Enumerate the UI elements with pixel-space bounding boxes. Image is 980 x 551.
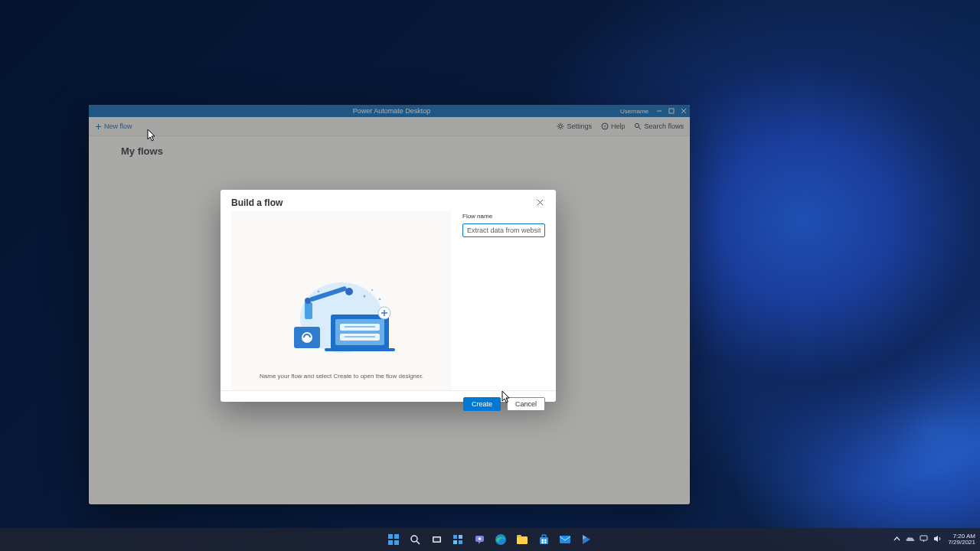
svg-line-47 <box>416 541 420 544</box>
svg-rect-44 <box>388 540 393 545</box>
svg-rect-45 <box>394 540 399 545</box>
taskbar[interactable]: 7:20 AM 7/29/2021 <box>0 528 980 551</box>
svg-rect-43 <box>394 534 399 539</box>
svg-rect-60 <box>542 535 546 538</box>
svg-rect-50 <box>453 535 457 539</box>
svg-rect-52 <box>453 540 457 544</box>
svg-rect-22 <box>305 302 312 319</box>
svg-point-41 <box>318 291 319 292</box>
power-automate-icon[interactable] <box>580 533 593 546</box>
clock-date: 7/29/2021 <box>948 540 975 546</box>
dialog-form: Flow name <box>462 211 545 390</box>
svg-point-55 <box>478 537 481 540</box>
dialog-close-button[interactable] <box>534 197 545 208</box>
svg-rect-61 <box>541 539 544 541</box>
svg-point-39 <box>371 289 373 291</box>
create-button[interactable]: Create <box>463 397 501 411</box>
illustration-caption: Name your flow and select Create to open… <box>260 373 423 380</box>
start-button[interactable] <box>387 533 400 546</box>
svg-point-46 <box>411 536 417 542</box>
svg-rect-63 <box>541 541 544 543</box>
svg-rect-34 <box>325 348 395 351</box>
svg-rect-65 <box>560 536 570 543</box>
svg-rect-66 <box>920 536 927 540</box>
widgets-icon[interactable] <box>451 533 465 546</box>
taskbar-search-icon[interactable] <box>408 533 422 546</box>
svg-rect-58 <box>517 535 521 537</box>
dialog-title: Build a flow <box>231 197 283 208</box>
svg-rect-51 <box>459 535 462 539</box>
svg-rect-49 <box>433 537 439 541</box>
svg-rect-57 <box>517 536 528 544</box>
mail-icon[interactable] <box>558 533 572 546</box>
volume-icon[interactable] <box>933 535 942 544</box>
task-view-icon[interactable] <box>430 533 443 546</box>
svg-point-24 <box>345 288 353 295</box>
svg-rect-62 <box>544 539 547 541</box>
onedrive-icon[interactable] <box>905 536 915 544</box>
svg-rect-53 <box>459 540 462 544</box>
chat-icon[interactable] <box>472 533 486 546</box>
build-flow-dialog: Build a flow <box>220 190 556 402</box>
taskbar-center <box>387 533 593 546</box>
svg-rect-64 <box>544 541 547 543</box>
svg-point-38 <box>364 295 366 298</box>
edge-icon[interactable] <box>494 533 508 546</box>
cancel-button[interactable]: Cancel <box>507 397 545 411</box>
flow-illustration <box>265 273 418 365</box>
network-icon[interactable] <box>920 535 929 544</box>
file-explorer-icon[interactable] <box>515 533 529 546</box>
flow-name-input[interactable] <box>462 223 545 237</box>
taskbar-clock[interactable]: 7:20 AM 7/29/2021 <box>948 533 975 546</box>
svg-point-40 <box>379 298 381 300</box>
system-tray[interactable]: 7:20 AM 7/29/2021 <box>893 533 975 546</box>
store-icon[interactable] <box>537 533 550 546</box>
app-window: Power Automate Desktop Username New flow <box>89 105 690 504</box>
flow-name-label: Flow name <box>462 213 545 220</box>
svg-rect-29 <box>335 319 384 345</box>
chevron-up-icon[interactable] <box>893 536 900 544</box>
svg-rect-42 <box>388 534 393 539</box>
svg-point-25 <box>305 298 311 304</box>
illustration-panel: Name your flow and select Create to open… <box>231 211 452 390</box>
close-icon <box>537 198 544 207</box>
